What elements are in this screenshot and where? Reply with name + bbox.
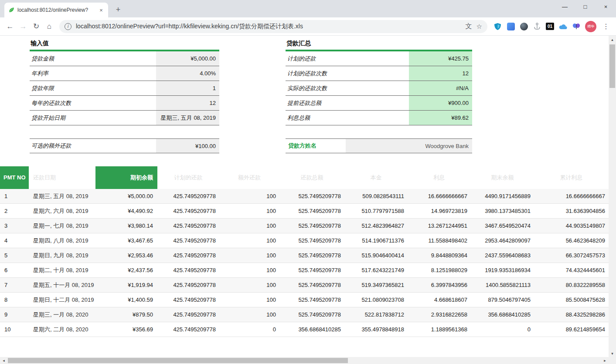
- scroll-down-icon[interactable]: ▾: [609, 350, 616, 357]
- shield-extension-icon[interactable]: [493, 22, 502, 30]
- horizontal-scrollbar[interactable]: ◂ ▸: [0, 357, 609, 364]
- summary-value: ¥89.62: [409, 111, 472, 125]
- cell-end-balance: 2437.5596408683: [471, 252, 534, 259]
- summary-value: #N/A: [409, 81, 472, 95]
- summary-row: 提前还款总额 ¥900.00: [286, 96, 472, 111]
- cell-interest: 16.6666666667: [408, 193, 471, 199]
- amortization-table-body: 1 星期三, 五月 08, 2019 ¥5,000.00 425.7495209…: [0, 189, 609, 337]
- cell-extra-payment: 100: [219, 297, 279, 303]
- cell-scheduled-payment: 425.7495209778: [157, 237, 219, 244]
- butterfly-extension-icon[interactable]: [572, 22, 580, 30]
- cell-payment-date: 星期三, 一月 08, 2020: [29, 308, 95, 321]
- url-text[interactable]: localhost:8012/onlinePreview?url=http://…: [76, 23, 461, 30]
- table-row: 3 星期一, 七月 08, 2019 ¥3,980.14 425.7495209…: [0, 219, 609, 233]
- extra-payment-value: ¥100.00: [156, 139, 219, 153]
- summary-section: 贷款汇总 计划的还款 ¥425.75 计划的还款次数 12 实际的还款次数: [286, 38, 472, 125]
- window-maximize-button[interactable]: □: [575, 0, 596, 13]
- cell-principal: 515.9046400414: [344, 252, 408, 259]
- translate-extension-icon[interactable]: [507, 22, 515, 30]
- cell-principal: 521.0809023708: [344, 297, 408, 303]
- window-close-button[interactable]: ×: [596, 0, 616, 13]
- cell-end-balance: 2953.4642809097: [471, 237, 534, 244]
- scroll-up-icon[interactable]: ▴: [609, 36, 616, 43]
- cell-begin-balance: ¥4,490.92: [95, 208, 157, 214]
- input-label: 贷款金额: [30, 51, 156, 66]
- summary-value: 12: [409, 66, 472, 81]
- cell-total-payment: 525.7495209778: [279, 282, 344, 288]
- cell-payment-date: 星期日, 九月 08, 2019: [29, 249, 95, 262]
- orb-extension-icon[interactable]: [520, 22, 528, 30]
- table-row: 8 星期日, 十二月 08, 2019 ¥1,400.59 425.749520…: [0, 293, 609, 307]
- summary-row: 利息总额 ¥89.62: [286, 111, 472, 125]
- extensions-area: 01 精华 ⋮: [493, 21, 611, 32]
- vertical-scroll-thumb[interactable]: [609, 44, 615, 88]
- table-row: 4 星期四, 八月 08, 2019 ¥3,467.65 425.7495209…: [0, 233, 609, 248]
- table-row: 5 星期日, 九月 08, 2019 ¥2,953.46 425.7495209…: [0, 248, 609, 263]
- summary-label: 计划的还款: [286, 51, 409, 66]
- cell-cumulative-interest: 88.4325298286: [534, 311, 609, 318]
- chrome-menu-icon[interactable]: ⋮: [601, 22, 611, 30]
- cell-interest: 4.668618607: [408, 297, 471, 303]
- refresh-button[interactable]: ↻: [30, 20, 43, 33]
- cell-extra-payment: 0: [219, 326, 279, 333]
- horizontal-scroll-thumb[interactable]: [8, 358, 348, 363]
- cell-begin-balance: ¥3,467.65: [95, 237, 157, 244]
- cell-scheduled-payment: 425.7495209778: [157, 267, 219, 273]
- bookmark-star-icon[interactable]: ☆: [476, 23, 482, 30]
- cell-begin-balance: ¥356.69: [95, 326, 157, 333]
- cell-cumulative-interest: 80.8322289558: [534, 282, 609, 288]
- cell-total-payment: 525.7495209778: [279, 208, 344, 214]
- extra-payment-label: 可选的额外还款: [30, 139, 156, 153]
- cell-total-payment: 525.7495209778: [279, 311, 344, 318]
- input-row: 贷款年限 1: [30, 81, 219, 96]
- cell-end-balance: 879.5046797405: [471, 297, 534, 303]
- cell-principal: 509.0828543111: [344, 193, 408, 199]
- summary-label: 实际的还款次数: [286, 81, 409, 95]
- amortization-table: PMT NO 还款日期 期初余额 计划的还款 额外还款 还款总额 本金 利息 期…: [0, 166, 609, 337]
- new-tab-button[interactable]: +: [112, 4, 124, 15]
- input-value: 4.00%: [156, 66, 219, 81]
- extension-badge-01[interactable]: 01: [546, 23, 554, 30]
- window-minimize-button[interactable]: —: [555, 0, 575, 13]
- anchor-extension-icon[interactable]: [533, 22, 541, 30]
- cell-total-payment: 525.7495209778: [279, 193, 344, 199]
- cell-cumulative-interest: 85.5008475628: [534, 297, 609, 303]
- cell-scheduled-payment: 425.7495209778: [157, 326, 219, 333]
- cell-principal: 519.3497365821: [344, 282, 408, 288]
- tab-close-icon[interactable]: ×: [98, 7, 105, 13]
- forward-button[interactable]: →: [17, 20, 30, 33]
- cell-interest: 6.3997843956: [408, 282, 471, 288]
- input-value: ¥5,000.00: [156, 51, 219, 66]
- header-total-payment: 还款总额: [279, 166, 344, 189]
- vertical-scrollbar[interactable]: ▴ ▾: [609, 36, 616, 364]
- input-row: 年利率 4.00%: [30, 66, 219, 81]
- summary-label: 利息总额: [286, 111, 409, 125]
- cell-scheduled-payment: 425.7495209778: [157, 208, 219, 214]
- summary-value: ¥900.00: [409, 96, 472, 110]
- cell-scheduled-payment: 425.7495209778: [157, 252, 219, 259]
- profile-avatar[interactable]: 精华: [585, 21, 596, 32]
- cell-cumulative-interest: 66.3072457573: [534, 252, 609, 259]
- browser-tab[interactable]: localhost:8012/onlinePreview? ×: [4, 3, 108, 17]
- table-row: 1 星期三, 五月 08, 2019 ¥5,000.00 425.7495209…: [0, 189, 609, 204]
- address-bar[interactable]: i localhost:8012/onlinePreview?url=http:…: [59, 20, 487, 33]
- scroll-left-icon[interactable]: ◂: [0, 357, 7, 364]
- cell-interest: 14.969723819: [408, 208, 471, 214]
- back-button[interactable]: ←: [3, 20, 17, 33]
- cell-payment-date: 星期二, 十月 08, 2019: [29, 264, 95, 277]
- cell-payment-date: 星期三, 五月 08, 2019: [29, 190, 95, 203]
- home-button[interactable]: ⌂: [43, 20, 56, 33]
- cell-principal: 517.6243221749: [344, 267, 408, 273]
- translate-page-icon[interactable]: 文: [466, 22, 472, 30]
- cell-payment-date: 星期一, 七月 08, 2019: [29, 219, 95, 233]
- cloud-extension-icon[interactable]: [559, 22, 567, 30]
- cell-pmt-no: 3: [0, 222, 29, 229]
- cell-end-balance: 1400.5855821113: [471, 282, 534, 288]
- cell-total-payment: 356.6868410285: [279, 326, 344, 333]
- input-label: 贷款开始日期: [30, 111, 156, 125]
- cell-cumulative-interest: 16.6666666667: [534, 193, 609, 199]
- scroll-right-icon[interactable]: ▸: [601, 357, 609, 364]
- summary-label: 提前还款总额: [286, 96, 409, 110]
- input-label: 每年的还款次数: [30, 96, 156, 110]
- page-info-icon[interactable]: i: [65, 23, 71, 30]
